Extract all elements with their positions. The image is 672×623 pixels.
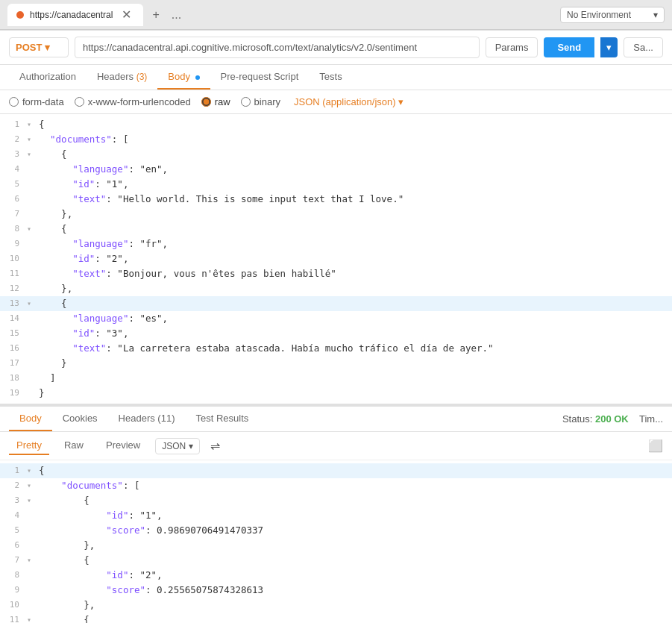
binary-option[interactable]: binary	[241, 96, 280, 107]
line-number: 7	[0, 207, 27, 221]
tab-authorization[interactable]: Authorization	[9, 65, 87, 90]
response-format-select[interactable]: JSON ▾	[155, 438, 200, 454]
body-active-dot	[195, 75, 200, 80]
tab-body[interactable]: Body	[157, 65, 210, 90]
fold-arrow[interactable]	[27, 237, 37, 238]
fold-arrow[interactable]	[27, 177, 37, 178]
request-body-editor[interactable]: 1▾{2▾ "documents": [3▾ {4 "language": "e…	[0, 114, 672, 404]
code-line: 5 "id": "1",	[0, 177, 672, 192]
fold-arrow[interactable]: ▾	[27, 132, 37, 145]
line-number: 18	[0, 371, 27, 385]
view-tab-raw[interactable]: Raw	[57, 436, 91, 455]
tab-prerequest[interactable]: Pre-request Script	[210, 65, 310, 90]
send-arrow-button[interactable]: ▾	[600, 37, 618, 57]
fold-arrow[interactable]: ▾	[27, 463, 37, 477]
fold-arrow[interactable]	[27, 162, 37, 163]
fold-arrow[interactable]	[27, 386, 37, 387]
view-tab-preview[interactable]: Preview	[98, 436, 148, 455]
fold-arrow[interactable]: ▾	[27, 553, 37, 566]
wrap-icon[interactable]: ⇌	[210, 439, 220, 453]
code-line: 7▾ {	[0, 553, 672, 568]
resp-tab-body[interactable]: Body	[9, 407, 52, 431]
code-line: 6 },	[0, 538, 672, 553]
resp-headers-label: Headers (11)	[119, 413, 175, 424]
fold-arrow[interactable]: ▾	[27, 222, 37, 235]
params-button[interactable]: Params	[486, 37, 538, 57]
resp-tab-headers[interactable]: Headers (11)	[108, 407, 186, 431]
fold-arrow[interactable]	[27, 508, 37, 510]
tab-headers[interactable]: Headers (3)	[87, 65, 157, 90]
line-content: "language": "fr",	[37, 237, 672, 251]
fold-arrow[interactable]	[27, 598, 37, 599]
fold-arrow[interactable]	[27, 311, 37, 313]
tab-menu-button[interactable]: ...	[169, 8, 184, 22]
fold-arrow[interactable]: ▾	[27, 613, 37, 623]
fold-arrow[interactable]	[27, 326, 37, 328]
response-section: Body Cookies Headers (11) Test Results S…	[0, 404, 672, 623]
fold-arrow[interactable]	[27, 251, 37, 253]
form-data-radio[interactable]	[9, 97, 19, 107]
fold-arrow[interactable]: ▾	[27, 478, 37, 492]
fold-arrow[interactable]: ▾	[27, 493, 37, 507]
environment-select[interactable]: No Environment ▾	[560, 7, 665, 23]
method-select[interactable]: POST ▾	[9, 37, 69, 57]
resp-tab-test-results[interactable]: Test Results	[185, 407, 259, 431]
code-line: 4 "id": "1",	[0, 508, 672, 523]
line-number: 17	[0, 356, 27, 370]
fold-arrow[interactable]	[27, 192, 37, 193]
line-content: "language": "es",	[37, 311, 672, 326]
fold-arrow[interactable]	[27, 538, 37, 539]
line-content: }	[37, 386, 672, 401]
line-number: 5	[0, 177, 27, 191]
format-select[interactable]: JSON (application/json) ▾	[294, 96, 403, 107]
fold-arrow[interactable]	[27, 266, 37, 268]
browser-tab[interactable]: https://canadacentral ✕	[7, 4, 143, 26]
code-line: 16 "text": "La carretera estaba atascada…	[0, 341, 672, 356]
view-tab-pretty[interactable]: Pretty	[9, 436, 49, 455]
line-number: 9	[0, 237, 27, 251]
tab-close-button[interactable]: ✕	[119, 7, 134, 22]
line-number: 9	[0, 583, 27, 597]
fold-arrow[interactable]	[27, 356, 37, 357]
urlencoded-option[interactable]: x-www-form-urlencoded	[75, 96, 191, 107]
fold-arrow[interactable]	[27, 583, 37, 584]
fold-arrow[interactable]	[27, 341, 37, 342]
tab-prerequest-label: Pre-request Script	[221, 71, 299, 82]
line-content: "id": "3",	[37, 326, 672, 341]
code-line: 6 "text": "Hello world. This is some inp…	[0, 192, 672, 207]
form-data-option[interactable]: form-data	[9, 96, 64, 107]
line-number: 14	[0, 311, 27, 325]
resp-tab-cookies[interactable]: Cookies	[52, 407, 108, 431]
save-button[interactable]: Sa...	[624, 37, 663, 57]
resp-test-results-label: Test Results	[195, 413, 248, 424]
new-tab-button[interactable]: +	[149, 8, 162, 22]
response-status: Status: 200 OK Tim...	[562, 413, 663, 425]
line-content: "documents": [	[37, 132, 672, 147]
line-number: 1	[0, 463, 27, 478]
fold-arrow[interactable]: ▾	[27, 117, 37, 131]
raw-option[interactable]: raw	[201, 96, 230, 107]
binary-label: binary	[254, 96, 280, 107]
fold-arrow[interactable]	[27, 281, 37, 283]
fold-arrow[interactable]: ▾	[27, 296, 37, 310]
urlencoded-radio[interactable]	[75, 97, 84, 107]
url-bar: POST ▾ Params Send ▾ Sa...	[0, 31, 672, 65]
tab-favicon	[16, 11, 24, 19]
tab-tests[interactable]: Tests	[309, 65, 352, 90]
collapse-icon[interactable]: ⬜	[648, 439, 663, 453]
url-input[interactable]	[75, 37, 480, 58]
form-data-label: form-data	[22, 96, 64, 107]
send-button[interactable]: Send	[544, 37, 594, 57]
fold-arrow[interactable]	[27, 523, 37, 525]
line-content: "id": "2",	[37, 251, 672, 266]
fold-arrow[interactable]	[27, 207, 37, 208]
status-code: 200 OK	[595, 413, 629, 425]
chevron-down-icon: ▾	[398, 96, 403, 107]
fold-arrow[interactable]	[27, 371, 37, 372]
raw-radio[interactable]	[201, 97, 211, 107]
line-content: },	[37, 598, 672, 613]
fold-arrow[interactable]: ▾	[27, 147, 37, 160]
fold-arrow[interactable]	[27, 568, 37, 569]
binary-radio[interactable]	[241, 97, 251, 107]
line-content: "text": "Bonjour, vous n'êtes pas bien h…	[37, 266, 672, 281]
